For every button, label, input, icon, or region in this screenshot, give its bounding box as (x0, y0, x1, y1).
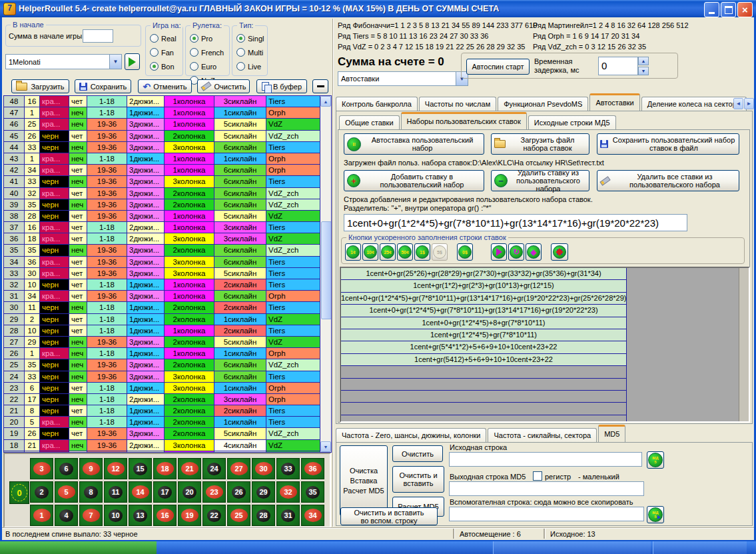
radio-option-bon[interactable]: Bon (146, 59, 183, 73)
bet-list-item[interactable]: 1cent+0+gr(1*2*4*5)+gr(7*8*10*11)+gr(13*… (341, 293, 626, 305)
roulette-cell-26[interactable]: 26 (227, 481, 250, 503)
roulette-cell-2[interactable]: 2 (30, 481, 53, 503)
roulette-cell-11[interactable]: 11 (104, 481, 127, 503)
table-row[interactable]: 2810чернчет1-181дюжи...1колонка2сиклайнT… (4, 325, 320, 337)
start-button[interactable] (0, 541, 157, 554)
autospin-start-button[interactable]: Автоспин старт (466, 59, 530, 75)
bet-list-item[interactable]: 1cent+gr(5*4*1*2)+5+6+9+10+10cent+23+22 (341, 341, 626, 353)
taskbar-button[interactable] (493, 541, 651, 554)
start-sum-input[interactable] (83, 29, 113, 43)
roulette-cell-4[interactable]: 4 (55, 505, 78, 526)
roulette-cell-35[interactable]: 35 (301, 481, 324, 503)
roulette-cell-31[interactable]: 31 (276, 505, 300, 526)
spinner-up-icon[interactable]: ▲ (638, 57, 649, 65)
roulette-cell-22[interactable]: 22 (202, 505, 226, 526)
roulette-cell-16[interactable]: 16 (153, 505, 177, 526)
quick-repeat-button[interactable]: ↻ (508, 243, 524, 261)
coin-button-1c[interactable]: 1¢ (345, 243, 361, 261)
radio-option-live[interactable]: Live (232, 59, 267, 73)
clear-button[interactable]: Очистить (197, 79, 250, 93)
bet-strings-list[interactable]: 1cent+0+gr(25*26)+gr(28*29)+gr(27*30)+gr… (340, 267, 750, 423)
table-row[interactable]: 4526чернчет19-363дюжи...2колонка5сиклайн… (4, 131, 320, 142)
roulette-cell-3[interactable]: 3 (30, 458, 53, 479)
radio-option-pro[interactable]: Pro (186, 31, 229, 45)
roulette-cell-12[interactable]: 12 (104, 458, 127, 479)
table-row[interactable]: 236чернчет1-181дюжи...3колонка1сиклайнOr… (4, 383, 320, 394)
roulette-cell-32[interactable]: 32 (276, 481, 300, 503)
roulette-cell-1[interactable]: 1 (30, 505, 53, 526)
table-row[interactable]: 292чернчет1-181дюжи...2колонка1сиклайнVd… (4, 314, 320, 325)
tab-main-2[interactable]: Частоты по числам (419, 97, 496, 111)
md5-aux-input[interactable] (449, 507, 644, 521)
roulette-cell-19[interactable]: 19 (178, 505, 201, 526)
roulette-cell-18[interactable]: 18 (153, 458, 177, 479)
table-row[interactable]: 3535черннеч19-363дюжи...2колонка6сиклайн… (4, 245, 320, 256)
load-set-file-button[interactable]: Загрузить файл набора ставок (491, 133, 589, 155)
coin-button-5d[interactable]: 5$ (432, 243, 448, 261)
table-row[interactable]: 261кра...неч1-181дюжи...1колонка1сиклайн… (4, 348, 320, 359)
roulette-cell-9[interactable]: 9 (79, 458, 103, 479)
radio-option-fan[interactable]: Fan (146, 45, 183, 59)
table-row[interactable]: 471кра...неч1-181дюжи...1колонка1сиклайн… (4, 107, 320, 119)
bet-list-item[interactable]: 1cent+0+gr(1*2*4*5)+8+gr(7*8*10*11) (341, 317, 626, 329)
quick-star-button[interactable] (551, 243, 568, 261)
coin-button-25c[interactable]: 25¢ (380, 243, 396, 261)
list-scrollbar[interactable] (739, 268, 749, 421)
radio-option-multi[interactable]: Multi (232, 45, 267, 59)
table-row[interactable]: 4234кра...чет19-363дюжи...1колонка6сикла… (4, 165, 320, 176)
scroll-down-icon[interactable]: ▼ (320, 441, 331, 452)
roulette-cell-21[interactable]: 21 (178, 458, 201, 479)
table-row[interactable]: 205кра...неч1-181дюжи...2колонка1сиклайн… (4, 417, 320, 428)
table-row[interactable]: 2535черннеч19-363дюжи...2колонка6сиклайн… (4, 359, 320, 371)
bet-list-item[interactable]: 1cent+gr(1*2*4*5)+gr(7*8*10*11) (341, 329, 626, 341)
mode-combo[interactable]: Автоставки ▼ (338, 71, 468, 86)
coin-button-0d[interactable]: 0$ (457, 243, 473, 261)
table-row[interactable]: 1926чернчет19-363дюжи...2колонка5сиклайн… (4, 428, 320, 439)
delay-value-field[interactable]: 0 (598, 57, 638, 75)
collapse-button[interactable] (312, 79, 328, 93)
bet-list-item[interactable]: 1cent+0+gr(25*26)+gr(28*29)+gr(27*30)+gr… (341, 268, 626, 280)
tab-bottom-1[interactable]: Частота - Zero, шансы, дюжины, колонки (336, 428, 486, 442)
bet-list-empty-row[interactable] (341, 391, 626, 403)
radio-option-real[interactable]: Real (146, 31, 183, 45)
bet-list-empty-row[interactable] (341, 366, 626, 378)
bet-list-item[interactable]: 1cent+gr(1*2)+gr(2*3)+gr(10*13)+gr(12*15… (341, 280, 626, 292)
tab-main-1[interactable]: Контроль банкролла (336, 97, 418, 111)
roulette-cell-29[interactable]: 29 (252, 481, 275, 503)
roulette-cell-8[interactable]: 8 (79, 481, 103, 503)
md5-clear-button[interactable]: Очистить (392, 445, 443, 462)
delay-spinner[interactable]: ▲ ▼ (638, 57, 649, 75)
roulette-cell-5[interactable]: 5 (55, 481, 78, 503)
roulette-cell-7[interactable]: 7 (79, 505, 103, 526)
radio-option-french[interactable]: French (186, 45, 229, 59)
roulette-cell-0[interactable]: 0 (9, 481, 29, 504)
table-row[interactable]: 3134кра...чет19-363дюжи...1колонка6сикла… (4, 291, 320, 302)
roulette-board[interactable]: 0369121518212427303336258111417202326293… (3, 453, 331, 528)
to-buffer-button[interactable]: В буфер (256, 79, 307, 93)
bet-list-empty-row[interactable] (341, 415, 626, 423)
roulette-cell-33[interactable]: 33 (276, 458, 300, 479)
coin-button-1d[interactable]: 1$ (414, 243, 430, 261)
roulette-cell-15[interactable]: 15 (129, 458, 152, 479)
md5-output-input[interactable] (449, 481, 644, 496)
table-row[interactable]: 3935черннеч19-363дюжи...2колонка6сиклайн… (4, 199, 320, 211)
coin-button-10c[interactable]: 10¢ (362, 243, 378, 261)
scroll-up-icon[interactable]: ▲ (320, 96, 331, 107)
roulette-cell-20[interactable]: 20 (178, 481, 201, 503)
quick-play-button[interactable] (491, 243, 507, 261)
roulette-cell-27[interactable]: 27 (227, 458, 250, 479)
bet-list-empty-row[interactable] (341, 379, 626, 391)
tab-sub-3[interactable]: Исходные строки МД5 (528, 115, 616, 129)
roulette-cell-36[interactable]: 36 (301, 458, 324, 479)
save-set-file-button[interactable]: Сохранить пользовательский набор ставок … (597, 133, 739, 155)
table-row[interactable]: 3716кра...чет1-182дюжи...1колонка3сиклай… (4, 222, 320, 233)
tab-main-3[interactable]: Функционал PsevdoMS (498, 97, 588, 111)
table-row[interactable]: 2729черннеч19-363дюжи...2колонка5сиклайн… (4, 337, 320, 348)
md5-source-input[interactable] (449, 452, 642, 467)
roulette-cell-24[interactable]: 24 (202, 458, 226, 479)
close-button[interactable]: × (737, 2, 753, 17)
md5-big-button[interactable]: ОчисткаВставкаРасчет MD5 (340, 445, 388, 516)
save-button[interactable]: Сохранить (75, 79, 131, 93)
lowercase-checkbox[interactable] (533, 471, 542, 481)
spin-history-table[interactable]: 4816кра...чет1-182дюжи...1колонка3сиклай… (3, 95, 332, 453)
